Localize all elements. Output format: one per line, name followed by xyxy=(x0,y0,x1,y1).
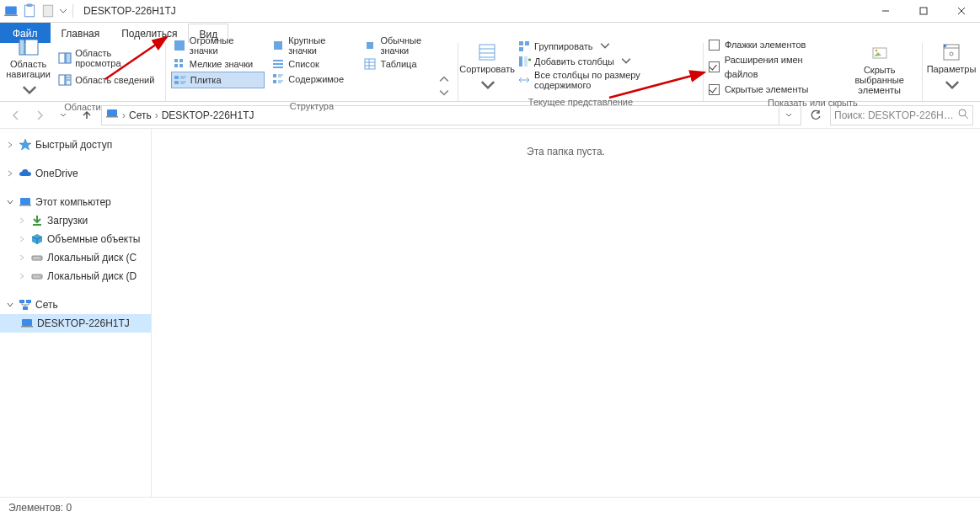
svg-rect-20 xyxy=(174,64,178,67)
layout-s-icons[interactable]: Мелкие значки xyxy=(171,56,265,72)
preview-pane-label: Область просмотра xyxy=(75,48,158,68)
drive-icon xyxy=(30,269,44,283)
qat-properties-icon[interactable] xyxy=(22,3,37,19)
sort-button[interactable]: Сортировать xyxy=(463,39,511,96)
tree-local-c[interactable]: Локальный диск (C xyxy=(0,248,151,267)
search-placeholder: Поиск: DESKTOP-226H1TJ xyxy=(834,109,954,121)
chevron-right-icon[interactable] xyxy=(5,170,15,177)
ribbon-group-panes-label: Области xyxy=(5,101,160,113)
content-pane: Эта папка пуста. xyxy=(152,129,980,497)
svg-rect-55 xyxy=(873,48,886,58)
svg-rect-12 xyxy=(66,53,71,63)
svg-rect-25 xyxy=(174,81,179,84)
layout-tiles[interactable]: Плитка xyxy=(171,72,265,88)
empty-folder-text: Эта папка пуста. xyxy=(527,146,605,497)
cube-icon xyxy=(30,232,44,246)
svg-rect-77 xyxy=(21,326,33,328)
group-by-button[interactable]: Группировать xyxy=(516,39,698,54)
layout-list[interactable]: Список xyxy=(270,56,356,72)
svg-rect-3 xyxy=(27,4,33,7)
tree-this-pc[interactable]: Этот компьютер xyxy=(0,193,151,211)
qat-dropdown-icon[interactable] xyxy=(40,3,56,19)
checkbox-item-checkboxes[interactable]: Флажки элементов xyxy=(709,38,837,52)
svg-rect-73 xyxy=(19,300,24,303)
refresh-button[interactable] xyxy=(806,106,825,125)
svg-rect-18 xyxy=(174,59,178,62)
monitor-icon xyxy=(20,317,34,330)
checkbox-file-extensions[interactable]: Расширения имен файлов xyxy=(709,53,837,82)
chevron-down-icon[interactable] xyxy=(5,199,15,205)
chevron-right-icon[interactable] xyxy=(5,141,15,148)
svg-rect-39 xyxy=(365,59,375,69)
svg-rect-76 xyxy=(22,319,32,326)
drive-icon xyxy=(30,251,44,264)
tree-quick-access[interactable]: Быстрый доступ xyxy=(0,136,151,154)
qat-more-icon[interactable] xyxy=(59,3,67,19)
svg-point-72 xyxy=(40,276,41,278)
ribbon-group-show-hide: Флажки элементов Расширения имен файлов … xyxy=(704,43,923,101)
svg-rect-17 xyxy=(174,40,185,51)
svg-rect-0 xyxy=(5,6,17,14)
svg-point-56 xyxy=(875,49,876,51)
network-icon xyxy=(19,298,32,312)
layout-content[interactable]: Содержимое xyxy=(270,72,356,87)
svg-rect-48 xyxy=(525,41,529,45)
chevron-down-icon[interactable] xyxy=(5,301,15,308)
ribbon-group-current-view: Сортировать Группировать Добавить столбц… xyxy=(458,43,704,101)
options-button[interactable]: Параметры xyxy=(928,39,975,96)
layout-xl-icons[interactable]: Огромные значки xyxy=(171,35,265,56)
tree-downloads[interactable]: Загрузки xyxy=(0,211,151,230)
svg-point-64 xyxy=(959,109,966,116)
svg-rect-19 xyxy=(179,59,183,62)
status-item-count: Элементов: 0 xyxy=(8,502,72,514)
svg-point-70 xyxy=(40,258,41,259)
checkbox-hidden-items[interactable]: Скрытые элементы xyxy=(709,83,837,97)
ribbon-group-layout: Огромные значки Мелкие значки Плитка Кру… xyxy=(166,43,458,101)
svg-rect-13 xyxy=(59,75,65,85)
app-icon xyxy=(3,3,19,19)
svg-rect-28 xyxy=(274,41,282,50)
svg-rect-47 xyxy=(519,41,523,45)
navigation-pane-button[interactable]: Область навигации xyxy=(5,34,51,101)
ribbon-group-current-view-label: Текущее представление xyxy=(463,96,698,108)
svg-rect-63 xyxy=(106,116,118,118)
maximize-button[interactable] xyxy=(904,0,942,23)
chevron-right-icon[interactable] xyxy=(17,273,27,280)
address-dropdown-button[interactable] xyxy=(779,106,797,125)
status-bar: Элементов: 0 xyxy=(0,497,980,517)
svg-rect-22 xyxy=(174,76,179,79)
chevron-right-icon[interactable] xyxy=(17,217,27,224)
svg-rect-74 xyxy=(26,300,31,303)
svg-rect-6 xyxy=(920,8,927,14)
svg-rect-9 xyxy=(19,40,24,55)
hide-selected-button[interactable]: Скрыть выбранные элементы xyxy=(842,38,917,97)
preview-pane-button[interactable]: Область просмотра xyxy=(56,47,160,69)
details-pane-button[interactable]: Область сведений xyxy=(56,72,160,88)
layout-table[interactable]: Таблица xyxy=(361,56,453,72)
layout-m-icons[interactable]: Обычные значки xyxy=(361,35,453,56)
tree-network-node[interactable]: DESKTOP-226H1TJ xyxy=(0,314,151,333)
chevron-right-icon[interactable] xyxy=(17,236,27,243)
layout-scroll[interactable] xyxy=(436,72,453,100)
tree-local-d[interactable]: Локальный диск (D xyxy=(0,267,151,285)
ribbon-group-layout-label: Структура xyxy=(171,100,453,112)
titlebar: DESKTOP-226H1TJ xyxy=(0,0,980,23)
window-title: DESKTOP-226H1TJ xyxy=(83,0,176,23)
add-columns-button[interactable]: Добавить столбцы xyxy=(516,54,698,69)
svg-rect-21 xyxy=(179,64,183,67)
svg-line-65 xyxy=(965,115,968,119)
svg-rect-68 xyxy=(33,224,41,226)
layout-l-icons[interactable]: Крупные значки xyxy=(270,35,356,56)
close-button[interactable] xyxy=(942,0,980,23)
size-columns-button[interactable]: Все столбцы по размеру содержимого xyxy=(516,69,698,91)
ribbon: Область навигации Область просмотра Обла… xyxy=(0,43,980,102)
chevron-right-icon[interactable] xyxy=(17,254,27,261)
cloud-icon xyxy=(19,167,32,180)
tree-network[interactable]: Сеть xyxy=(0,296,151,314)
tree-3d-objects[interactable]: Объемные объекты xyxy=(0,230,151,248)
navigation-pane-label: Область навигации xyxy=(5,59,51,79)
download-icon xyxy=(30,214,44,227)
navigation-tree[interactable]: Быстрый доступ OneDrive Этот компьютер З… xyxy=(0,129,152,497)
minimize-button[interactable] xyxy=(866,0,904,23)
tree-onedrive[interactable]: OneDrive xyxy=(0,164,151,183)
